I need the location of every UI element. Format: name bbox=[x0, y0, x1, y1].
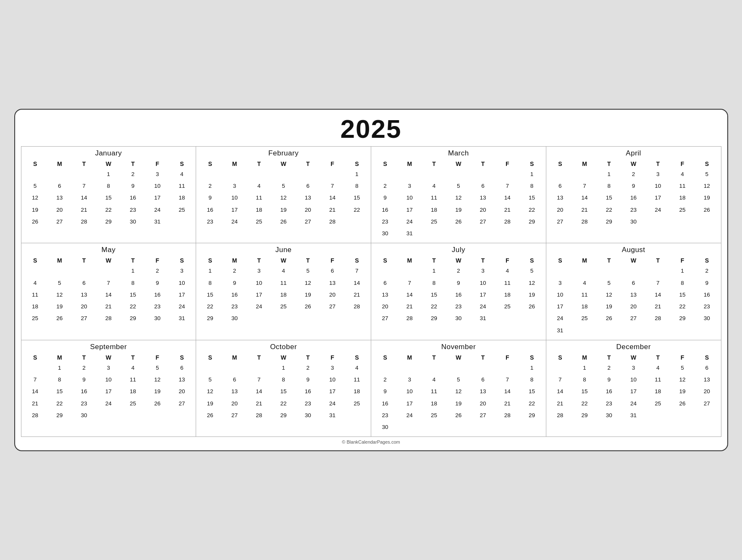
day-cell: 15 bbox=[520, 386, 544, 397]
day-cell: 23 bbox=[373, 216, 397, 228]
day-cell: 1 bbox=[597, 168, 621, 180]
day-cell: 28 bbox=[495, 410, 519, 421]
months-grid: JanuarySMTWTFS12345678910111213141516171… bbox=[21, 146, 721, 437]
day-cell: 12 bbox=[520, 277, 544, 289]
day-cell: 5 bbox=[446, 374, 471, 386]
day-cell: 4 bbox=[670, 168, 695, 180]
day-cell: 27 bbox=[373, 313, 397, 324]
day-cell: 21 bbox=[646, 301, 670, 313]
day-cell bbox=[223, 362, 247, 374]
day-cell: 1 bbox=[520, 362, 544, 374]
day-header: T bbox=[646, 159, 670, 168]
day-cell: 8 bbox=[345, 180, 369, 192]
day-cell bbox=[670, 410, 695, 421]
day-cell: 15 bbox=[597, 192, 621, 204]
day-cell: 12 bbox=[670, 374, 695, 386]
day-cell bbox=[572, 265, 597, 277]
day-cell: 25 bbox=[23, 313, 47, 324]
month-block-september: SeptemberSMTWTFS123456789101112131415161… bbox=[21, 340, 197, 437]
day-header: S bbox=[695, 256, 719, 265]
day-cell: 24 bbox=[646, 204, 670, 216]
day-header: M bbox=[572, 256, 597, 265]
day-cell: 2 bbox=[72, 362, 96, 374]
day-cell: 3 bbox=[96, 362, 121, 374]
day-cell: 19 bbox=[670, 386, 695, 397]
day-cell: 24 bbox=[320, 398, 345, 410]
day-cell: 30 bbox=[121, 216, 145, 228]
day-header: S bbox=[198, 159, 222, 168]
day-header: T bbox=[72, 159, 96, 168]
month-table: SMTWTFS123456789101112131415161718192021… bbox=[373, 256, 544, 324]
day-cell bbox=[296, 313, 320, 324]
day-cell: 17 bbox=[397, 204, 422, 216]
day-cell: 11 bbox=[422, 192, 446, 204]
day-cell: 22 bbox=[345, 204, 369, 216]
day-cell: 20 bbox=[695, 386, 719, 397]
day-cell: 20 bbox=[47, 204, 72, 216]
day-cell: 3 bbox=[170, 265, 194, 277]
day-cell: 10 bbox=[621, 374, 646, 386]
day-cell: 10 bbox=[397, 192, 422, 204]
day-header: F bbox=[495, 159, 519, 168]
day-header: W bbox=[271, 353, 296, 362]
day-cell: 21 bbox=[495, 398, 519, 410]
day-cell: 22 bbox=[422, 301, 446, 313]
day-cell: 8 bbox=[271, 374, 296, 386]
day-cell: 26 bbox=[446, 410, 471, 421]
month-name: September bbox=[23, 343, 194, 351]
day-cell bbox=[121, 410, 145, 421]
day-cell: 22 bbox=[198, 301, 222, 313]
day-cell: 24 bbox=[397, 216, 422, 228]
day-cell: 9 bbox=[373, 386, 397, 397]
day-cell: 19 bbox=[47, 301, 72, 313]
day-cell: 21 bbox=[572, 204, 597, 216]
day-cell bbox=[23, 168, 47, 180]
day-cell bbox=[520, 228, 544, 239]
day-cell bbox=[47, 265, 72, 277]
day-cell bbox=[572, 168, 597, 180]
day-cell: 10 bbox=[646, 180, 670, 192]
day-cell: 9 bbox=[296, 374, 320, 386]
day-cell: 20 bbox=[72, 301, 96, 313]
day-cell: 15 bbox=[572, 386, 597, 397]
day-cell: 12 bbox=[271, 192, 296, 204]
day-cell: 26 bbox=[296, 301, 320, 313]
day-cell: 26 bbox=[47, 313, 72, 324]
day-cell: 18 bbox=[121, 386, 145, 397]
day-cell: 14 bbox=[495, 386, 519, 397]
day-cell: 6 bbox=[471, 374, 495, 386]
day-cell bbox=[621, 265, 646, 277]
day-cell: 29 bbox=[271, 410, 296, 421]
day-cell: 18 bbox=[345, 386, 369, 397]
day-header: T bbox=[121, 256, 145, 265]
day-cell: 4 bbox=[121, 362, 145, 374]
day-cell: 7 bbox=[345, 265, 369, 277]
month-table: SMTWTFS123456789101112131415161718192021… bbox=[548, 353, 719, 421]
day-cell bbox=[23, 362, 47, 374]
day-cell: 19 bbox=[695, 192, 719, 204]
day-cell: 18 bbox=[422, 398, 446, 410]
day-cell: 14 bbox=[345, 277, 369, 289]
day-cell: 8 bbox=[96, 180, 121, 192]
day-cell bbox=[495, 228, 519, 239]
day-cell bbox=[198, 168, 222, 180]
day-cell: 1 bbox=[670, 265, 695, 277]
day-cell: 28 bbox=[572, 216, 597, 228]
day-cell: 12 bbox=[446, 192, 471, 204]
day-cell bbox=[223, 168, 247, 180]
day-cell: 1 bbox=[422, 265, 446, 277]
day-cell: 10 bbox=[320, 374, 345, 386]
day-header: T bbox=[296, 159, 320, 168]
month-table: SMTWTFS123456789101112131415161718192021… bbox=[198, 353, 369, 421]
day-cell bbox=[495, 362, 519, 374]
day-cell: 8 bbox=[670, 277, 695, 289]
day-cell: 19 bbox=[520, 289, 544, 301]
day-cell bbox=[495, 168, 519, 180]
day-cell: 15 bbox=[271, 386, 296, 397]
day-cell bbox=[373, 265, 397, 277]
day-cell: 7 bbox=[548, 374, 572, 386]
day-cell: 7 bbox=[495, 180, 519, 192]
day-cell bbox=[271, 168, 296, 180]
day-cell: 13 bbox=[471, 386, 495, 397]
day-header: W bbox=[271, 159, 296, 168]
